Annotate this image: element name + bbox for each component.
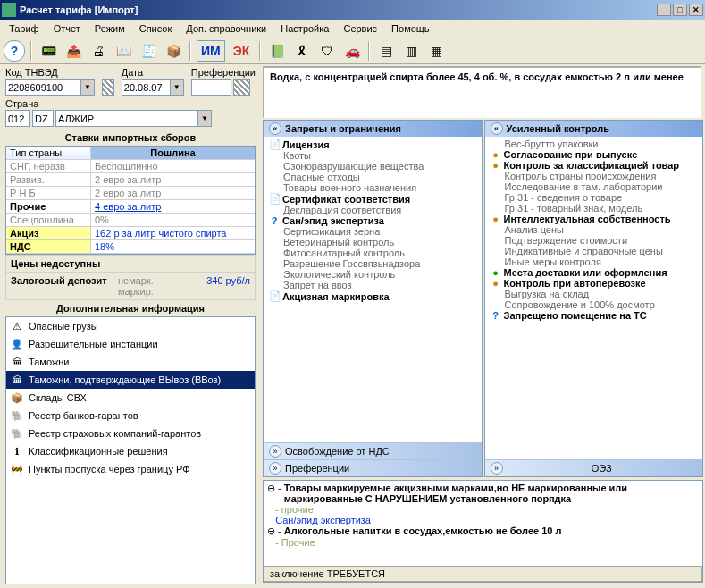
tree-toggle[interactable] — [267, 537, 273, 548]
shield-icon[interactable]: 🛡 — [316, 40, 338, 62]
sub-header[interactable]: Преференции — [285, 463, 349, 474]
menu-item[interactable]: Отчет — [48, 21, 86, 36]
col-header[interactable]: Пошлина — [91, 147, 255, 159]
detail-item[interactable]: - прочие — [267, 504, 699, 515]
rate-value[interactable]: 4 евро за литр — [91, 200, 255, 213]
tree-item[interactable]: ●Контроль за классификацией товар — [485, 160, 703, 171]
tree-toggle[interactable]: ⊖ - — [267, 483, 281, 504]
expand-icon[interactable]: » — [269, 462, 281, 475]
detail-item[interactable]: - Прочие — [267, 537, 699, 548]
tree-item[interactable]: ●Места доставки или оформления — [485, 267, 703, 278]
tree-item[interactable]: Товары военного назначения — [264, 182, 482, 193]
menu-item[interactable]: Режим — [89, 21, 130, 36]
pref-input[interactable] — [191, 79, 231, 96]
addinfo-item[interactable]: 📦Склады СВХ — [6, 389, 255, 407]
close-button[interactable]: ✕ — [689, 4, 703, 16]
tree-item[interactable]: Гр.31 - товарный знак, модель — [485, 203, 703, 214]
tree-item[interactable]: Экологический контроль — [264, 269, 482, 280]
rate-value[interactable]: 162 р за литр чистого спирта — [91, 227, 255, 239]
tree-item[interactable]: ●Контроль при автоперевозке — [485, 278, 703, 289]
tree-item[interactable]: Выгрузка на склад — [485, 289, 703, 299]
grid-icon[interactable] — [233, 79, 250, 96]
tree-item[interactable]: 📄Лицензия — [264, 139, 482, 150]
tree-toggle[interactable]: ⊖ - — [267, 525, 281, 537]
tree-item[interactable]: 📄Сертификат соответствия — [264, 193, 482, 205]
expand-icon[interactable]: » — [491, 462, 503, 475]
tree-item[interactable]: Сертификация зерна — [264, 226, 482, 237]
maximize-button[interactable]: □ — [673, 4, 687, 16]
deposit-value[interactable]: 340 руб/л — [176, 273, 255, 299]
detail-item[interactable]: ⊖ -Товары маркируемые акцизными марками,… — [267, 483, 699, 504]
menu-item[interactable]: Помощь — [386, 21, 435, 36]
sub-header[interactable]: ОЭЗ — [507, 463, 698, 474]
dropdown-icon[interactable]: ▼ — [198, 110, 212, 127]
tnved-input[interactable] — [5, 79, 81, 96]
ribbon-icon[interactable]: 🎗 — [291, 40, 313, 62]
grid-icon[interactable] — [102, 79, 114, 96]
list3-icon[interactable]: ▦ — [425, 40, 447, 62]
menu-item[interactable]: Список — [134, 21, 178, 36]
tree-item[interactable]: ●Согласование при выпуске — [485, 149, 703, 160]
sub-header[interactable]: Освобождение от НДС — [285, 446, 390, 457]
tree-item[interactable]: Подтверждение стоимости — [485, 235, 703, 246]
tree-toggle[interactable] — [267, 515, 273, 525]
stamp-icon[interactable]: 🧾 — [138, 40, 159, 62]
rate-value[interactable]: 18% — [91, 240, 255, 253]
detail-item[interactable]: Сан/эпид экспертиза — [267, 515, 699, 525]
collapse-icon[interactable]: « — [269, 122, 281, 135]
date-input[interactable] — [122, 79, 171, 96]
menu-item[interactable]: Настройка — [275, 21, 334, 36]
addinfo-item[interactable]: 🐘Реестр банков-гарантов — [6, 407, 255, 424]
menu-item[interactable]: Доп. справочники — [180, 21, 272, 36]
tree-item[interactable]: Исследование в там. лаборатории — [485, 181, 703, 192]
green-book-icon[interactable]: 📗 — [266, 40, 288, 62]
tree-item[interactable]: Разрешение Госсвязьнадзора — [264, 258, 482, 269]
tree-item[interactable]: Декларация соответствия — [264, 205, 482, 215]
dropdown-icon[interactable]: ▼ — [171, 79, 184, 96]
tree-item[interactable]: Контроль страны происхождения — [485, 171, 703, 181]
calc-icon[interactable]: 📟 — [38, 40, 59, 62]
tree-item[interactable]: Опасные отходы — [264, 172, 482, 182]
list1-icon[interactable]: ▤ — [375, 40, 397, 62]
box-icon[interactable]: 📦 — [163, 40, 184, 62]
im-button[interactable]: ИМ — [197, 40, 225, 62]
tree-item[interactable]: Фитосанитарный контроль — [264, 248, 482, 258]
tree-item[interactable]: Ветеринарный контроль — [264, 237, 482, 248]
addinfo-item[interactable]: 🏛Таможни, подтверждающие ВЫвоз (ВВоз) — [6, 371, 255, 389]
addinfo-item[interactable]: ⚠Опасные грузы — [6, 317, 255, 335]
tree-item[interactable]: Квоты — [264, 150, 482, 161]
addinfo-item[interactable]: 🏛Таможни — [6, 353, 255, 371]
tree-item[interactable]: Сопровождение и 100% досмотр — [485, 299, 703, 310]
tree-item[interactable]: ?Запрещено помещение на ТС — [485, 310, 703, 321]
detail-item[interactable]: ⊖ -Алкогольные напитки в сосудах,емкость… — [267, 525, 699, 537]
tree-item[interactable]: ?Сан/эпид экспертиза — [264, 215, 482, 226]
country-code-input[interactable] — [5, 110, 30, 127]
tree-item[interactable]: Анализ цены — [485, 224, 703, 235]
help-icon[interactable]: ? — [4, 40, 25, 62]
menu-item[interactable]: Тариф — [4, 21, 45, 36]
addinfo-item[interactable]: 🚧Пункты пропуска через границу РФ — [6, 460, 255, 478]
car-icon[interactable]: 🚗 — [341, 40, 363, 62]
collapse-icon[interactable]: « — [491, 122, 503, 135]
expand-icon[interactable]: » — [269, 445, 281, 458]
country-iso-input[interactable] — [32, 110, 54, 127]
tree-item[interactable]: Озоноразрушающие вещества — [264, 161, 482, 172]
tree-item[interactable]: Иные меры контроля — [485, 256, 703, 267]
minimize-button[interactable]: _ — [657, 4, 671, 16]
addinfo-item[interactable]: ℹКлассификационные решения — [6, 442, 255, 460]
tree-item[interactable]: Индикативные и справочные цены — [485, 246, 703, 256]
dropdown-icon[interactable]: ▼ — [81, 79, 95, 96]
country-name-input[interactable] — [55, 110, 198, 127]
print-icon[interactable]: 🖨 — [88, 40, 109, 62]
menu-item[interactable]: Сервис — [338, 21, 382, 36]
addinfo-item[interactable]: 👤Разрешительные инстанции — [6, 335, 255, 353]
ek-button[interactable]: ЭК — [229, 40, 255, 62]
book-icon[interactable]: 📖 — [113, 40, 134, 62]
tree-item[interactable]: Гр.31 - сведения о товаре — [485, 192, 703, 203]
tree-item[interactable]: ●Интеллектуальная собственность — [485, 214, 703, 224]
addinfo-item[interactable]: 🐘Реестр страховых компаний-гарантов — [6, 424, 255, 442]
tree-toggle[interactable] — [267, 504, 273, 515]
tree-item[interactable]: 📄Акцизная маркировка — [264, 290, 482, 302]
export-icon[interactable]: 📤 — [63, 40, 84, 62]
list2-icon[interactable]: ▥ — [400, 40, 422, 62]
